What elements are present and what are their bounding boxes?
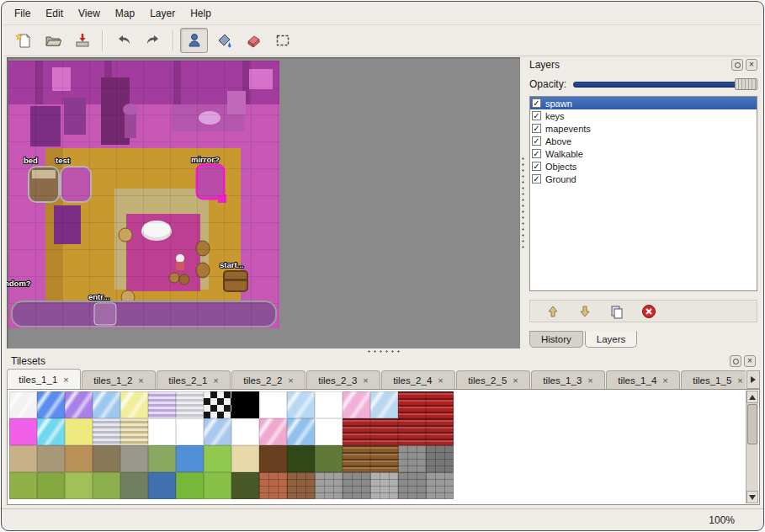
layer-visible-checkbox[interactable]: ✓	[532, 149, 541, 158]
tile-57[interactable]	[259, 472, 287, 499]
tile-27[interactable]	[315, 418, 343, 445]
tile-0[interactable]	[9, 391, 37, 418]
tile-47[interactable]	[426, 445, 454, 472]
select-tool-button[interactable]	[268, 28, 296, 53]
menu-file[interactable]: File	[7, 5, 38, 22]
layer-visible-checkbox[interactable]: ✓	[532, 98, 541, 108]
raise-layer-button[interactable]	[544, 302, 562, 321]
float-panel-button[interactable]	[731, 59, 743, 71]
layer-row-spawn[interactable]: ✓spawn	[530, 97, 757, 109]
duplicate-layer-button[interactable]	[608, 302, 626, 321]
tab-close-icon[interactable]: ×	[587, 375, 592, 386]
tile-55[interactable]	[204, 472, 231, 499]
float-panel-button[interactable]	[730, 355, 741, 367]
tile-17[interactable]	[37, 418, 65, 445]
open-button[interactable]	[39, 28, 66, 53]
tileset-tab-tiles_1_2[interactable]: tiles_1_2×	[82, 370, 156, 389]
tile-38[interactable]	[176, 445, 204, 472]
tile-7[interactable]	[204, 391, 231, 418]
tab-close-icon[interactable]: ×	[213, 375, 218, 386]
tile-25[interactable]	[259, 418, 287, 445]
tile-3[interactable]	[93, 391, 120, 418]
fill-tool-button[interactable]	[210, 28, 237, 53]
tile-5[interactable]	[148, 391, 176, 418]
tile-43[interactable]	[315, 445, 343, 472]
tab-close-icon[interactable]: ×	[737, 375, 742, 386]
tile-51[interactable]	[93, 472, 120, 499]
menu-layer[interactable]: Layer	[142, 5, 183, 22]
tile-52[interactable]	[120, 472, 148, 499]
tile-34[interactable]	[65, 445, 93, 472]
tile-32[interactable]	[9, 445, 37, 472]
tile-58[interactable]	[287, 472, 315, 499]
save-button[interactable]	[68, 28, 96, 53]
tile-56[interactable]	[231, 472, 259, 499]
delete-layer-button[interactable]	[640, 302, 658, 321]
tile-8[interactable]	[231, 391, 259, 418]
tile-41[interactable]	[259, 445, 287, 472]
opacity-slider-handle[interactable]	[735, 78, 757, 90]
tile-59[interactable]	[315, 472, 343, 499]
tile-6[interactable]	[176, 391, 204, 418]
stamp-tool-button[interactable]	[180, 28, 208, 53]
tile-13[interactable]	[370, 391, 398, 418]
tile-40[interactable]	[231, 445, 259, 472]
undo-button[interactable]	[109, 28, 137, 53]
tileset-tab-tiles_1_4[interactable]: tiles_1_4×	[606, 370, 680, 389]
tile-46[interactable]	[398, 445, 426, 472]
tile-18[interactable]	[65, 418, 93, 445]
tile-1[interactable]	[37, 391, 65, 418]
tile-36[interactable]	[120, 445, 148, 472]
tile-2[interactable]	[65, 391, 93, 418]
tile-44[interactable]	[343, 445, 370, 472]
tile-28[interactable]	[343, 418, 370, 445]
new-file-button[interactable]	[9, 28, 37, 53]
tile-11[interactable]	[315, 391, 343, 418]
tileset-scrollbar[interactable]	[746, 391, 758, 503]
close-panel-button[interactable]: ×	[744, 355, 756, 367]
tabs-scroll-right-button[interactable]	[746, 370, 760, 389]
tab-close-icon[interactable]: ×	[513, 375, 518, 386]
tile-61[interactable]	[370, 472, 398, 499]
tile-37[interactable]	[148, 445, 176, 472]
tile-21[interactable]	[148, 418, 176, 445]
tileset-tab-tiles_2_4[interactable]: tiles_2_4×	[381, 370, 455, 389]
tileset-tab-tiles_1_5[interactable]: tiles_1_5×	[681, 370, 746, 389]
layer-row-Objects[interactable]: ✓Objects	[530, 160, 757, 173]
panel-tab-history[interactable]: History	[529, 331, 583, 348]
layer-row-mapevents[interactable]: ✓mapevents	[530, 122, 757, 135]
tile-62[interactable]	[398, 472, 426, 499]
menu-map[interactable]: Map	[108, 5, 142, 22]
tile-31[interactable]	[426, 418, 454, 445]
layer-visible-checkbox[interactable]: ✓	[532, 136, 541, 146]
layer-row-keys[interactable]: ✓keys	[530, 109, 757, 122]
tile-49[interactable]	[37, 472, 65, 499]
tile-53[interactable]	[148, 472, 176, 499]
tile-14[interactable]	[398, 391, 426, 418]
tile-30[interactable]	[398, 418, 426, 445]
tile-15[interactable]	[426, 391, 454, 418]
tileset-tab-tiles_2_2[interactable]: tiles_2_2×	[231, 370, 305, 389]
tab-close-icon[interactable]: ×	[662, 375, 667, 386]
tile-22[interactable]	[176, 418, 204, 445]
tile-54[interactable]	[176, 472, 204, 499]
tile-33[interactable]	[37, 445, 65, 472]
tile-39[interactable]	[204, 445, 231, 472]
scroll-up-button[interactable]	[746, 391, 758, 403]
tab-close-icon[interactable]: ×	[288, 375, 293, 386]
redo-button[interactable]	[139, 28, 167, 53]
tileset-tab-tiles_2_3[interactable]: tiles_2_3×	[306, 370, 380, 389]
tile-4[interactable]	[120, 391, 148, 418]
tile-20[interactable]	[120, 418, 148, 445]
opacity-slider[interactable]	[573, 77, 757, 91]
tile-45[interactable]	[370, 445, 398, 472]
tileset-tab-tiles_2_5[interactable]: tiles_2_5×	[456, 370, 530, 389]
lower-layer-button[interactable]	[576, 302, 594, 321]
layer-visible-checkbox[interactable]: ✓	[532, 111, 541, 120]
tileset-tab-tiles_1_1[interactable]: tiles_1_1×	[7, 369, 81, 389]
menu-view[interactable]: View	[71, 5, 108, 22]
layer-visible-checkbox[interactable]: ✓	[532, 174, 541, 184]
tile-42[interactable]	[287, 445, 315, 472]
tile-10[interactable]	[287, 391, 315, 418]
tile-63[interactable]	[426, 472, 454, 499]
